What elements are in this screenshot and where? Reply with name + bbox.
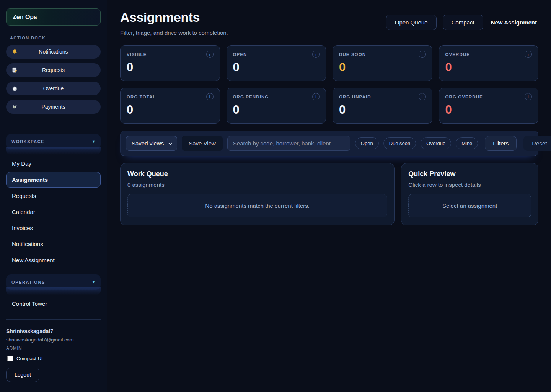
work-queue-panel: Work Queue 0 assignments No assignments … <box>120 163 395 225</box>
sidebar-item-control-tower[interactable]: Control Tower <box>6 296 101 312</box>
page-title: Assignments <box>120 10 228 25</box>
money-wings-icon <box>11 104 18 110</box>
filters-button[interactable]: Filters <box>485 136 517 151</box>
info-icon[interactable]: i <box>206 51 214 58</box>
chevron-down-icon <box>169 141 172 145</box>
section-glow <box>6 287 101 295</box>
dock-button-label: Requests <box>18 67 89 73</box>
user-role-badge: ADMIN <box>6 346 101 351</box>
info-icon[interactable]: i <box>525 51 532 58</box>
info-icon[interactable]: i <box>312 93 320 100</box>
stat-card-org-total: ORG TOTALi 0 <box>120 88 220 124</box>
save-view-button[interactable]: Save View <box>182 136 223 151</box>
quick-preview-panel: Quick Preview Click a row to inspect det… <box>401 163 538 225</box>
memo-icon <box>11 67 18 74</box>
dock-button-payments[interactable]: Payments <box>6 100 101 114</box>
sidebar-item-notifications[interactable]: Notifications <box>6 236 101 252</box>
stat-label: ORG UNPAID <box>339 95 371 99</box>
filter-chip-mine[interactable]: Mine <box>456 137 478 149</box>
sidebar-item-new-assignment[interactable]: New Assignment <box>6 252 101 268</box>
stat-card-visible: VISIBLEi 0 <box>120 45 220 81</box>
filter-chip-open[interactable]: Open <box>355 137 379 149</box>
saved-views-value: Saved views <box>132 140 164 147</box>
dock-button-requests[interactable]: Requests <box>6 63 101 77</box>
dock-button-label: Payments <box>18 104 89 110</box>
header-actions: Open Queue Compact New Assignment <box>386 15 538 30</box>
brand-name: Zen Ops <box>13 14 37 21</box>
stat-value: 0 <box>127 104 214 116</box>
info-icon[interactable]: i <box>206 93 214 100</box>
workspace-nav: My Day Assignments Requests Calendar Inv… <box>6 155 101 268</box>
open-queue-button[interactable]: Open Queue <box>386 15 437 30</box>
dock-button-label: Notifications <box>18 49 89 55</box>
page-header-text: Assignments Filter, triage, and drive wo… <box>120 10 228 36</box>
chevron-down-icon: ▼ <box>92 280 95 284</box>
section-glow <box>6 147 101 155</box>
work-queue-count: 0 assignments <box>127 181 387 188</box>
stat-value: 0 <box>233 61 320 73</box>
page-subtitle: Filter, triage, and drive work to comple… <box>120 29 228 36</box>
user-email: shrinivaskagadal7@gmail.com <box>6 337 101 343</box>
saved-views-select[interactable]: Saved views <box>126 136 177 151</box>
stat-label: ORG TOTAL <box>127 95 156 99</box>
stat-card-overdue: OVERDUEi 0 <box>439 45 539 81</box>
brand-logo: Zen Ops <box>6 8 101 26</box>
sidebar-divider <box>8 126 99 126</box>
workspace-section-label: WORKSPACE <box>11 139 44 144</box>
sidebar-item-invoices[interactable]: Invoices <box>6 220 101 236</box>
stat-label: ORG OVERDUE <box>445 95 483 99</box>
dock-button-notifications[interactable]: Notifications <box>6 45 101 59</box>
info-icon[interactable]: i <box>419 51 426 58</box>
filter-chip-due-soon[interactable]: Due soon <box>383 137 416 149</box>
new-assignment-button[interactable]: New Assignment <box>489 15 538 29</box>
sidebar: Zen Ops ACTION DOCK Notifications Reques… <box>0 0 107 392</box>
sidebar-item-requests[interactable]: Requests <box>6 188 101 204</box>
stat-label: VISIBLE <box>127 52 147 57</box>
reset-button[interactable]: Reset <box>523 136 551 151</box>
compact-ui-checkbox[interactable] <box>7 356 13 361</box>
work-queue-title: Work Queue <box>127 170 387 178</box>
work-queue-empty-state: No assignments match the current filters… <box>127 194 387 217</box>
stat-value: 0 <box>445 61 532 73</box>
stat-card-open: OPENi 0 <box>227 45 326 81</box>
search-input[interactable] <box>227 136 350 151</box>
stopwatch-icon <box>11 85 18 92</box>
stat-value: 0 <box>339 104 426 116</box>
user-block: Shrinivaskagadal7 shrinivaskagadal7@gmai… <box>6 319 101 382</box>
sidebar-item-calendar[interactable]: Calendar <box>6 204 101 220</box>
stat-label: OVERDUE <box>445 52 470 57</box>
page-header: Assignments Filter, triage, and drive wo… <box>120 10 538 36</box>
panels-row: Work Queue 0 assignments No assignments … <box>120 163 538 225</box>
stat-value: 0 <box>233 104 320 116</box>
chevron-down-icon: ▼ <box>92 140 95 144</box>
action-dock-heading: ACTION DOCK <box>10 36 101 40</box>
compact-ui-row: Compact UI <box>7 356 101 361</box>
stat-label: ORG PENDING <box>233 95 269 99</box>
info-icon[interactable]: i <box>419 93 426 100</box>
quick-preview-subtitle: Click a row to inspect details <box>408 181 531 188</box>
compact-ui-label[interactable]: Compact UI <box>16 356 43 361</box>
quick-preview-title: Quick Preview <box>408 170 531 178</box>
quick-preview-empty-state: Select an assignment <box>408 194 531 217</box>
stat-card-org-pending: ORG PENDINGi 0 <box>227 88 326 124</box>
stat-label: DUE SOON <box>339 52 366 57</box>
dock-button-overdue[interactable]: Overdue <box>6 82 101 95</box>
stat-card-org-overdue: ORG OVERDUEi 0 <box>439 88 539 124</box>
bell-icon <box>11 49 18 55</box>
filter-bar: Saved views Save View Open Due soon Over… <box>120 131 538 156</box>
compact-button[interactable]: Compact <box>443 15 483 30</box>
info-icon[interactable]: i <box>312 51 320 58</box>
stat-value: 0 <box>445 104 532 116</box>
logout-button[interactable]: Logout <box>6 368 39 382</box>
main-content: Assignments Filter, triage, and drive wo… <box>108 0 551 392</box>
operations-section-label: OPERATIONS <box>11 280 45 284</box>
operations-section: OPERATIONS ▼ Control Tower <box>6 274 101 312</box>
filter-chip-overdue[interactable]: Overdue <box>421 137 451 149</box>
stats-grid: VISIBLEi 0 OPENi 0 DUE SOONi 0 OVERDUEi … <box>120 45 538 124</box>
info-icon[interactable]: i <box>525 93 532 100</box>
stat-value: 0 <box>339 61 426 73</box>
user-name: Shrinivaskagadal7 <box>6 328 101 334</box>
sidebar-item-assignments[interactable]: Assignments <box>6 172 101 188</box>
dock-button-label: Overdue <box>18 85 89 91</box>
sidebar-item-my-day[interactable]: My Day <box>6 156 101 172</box>
